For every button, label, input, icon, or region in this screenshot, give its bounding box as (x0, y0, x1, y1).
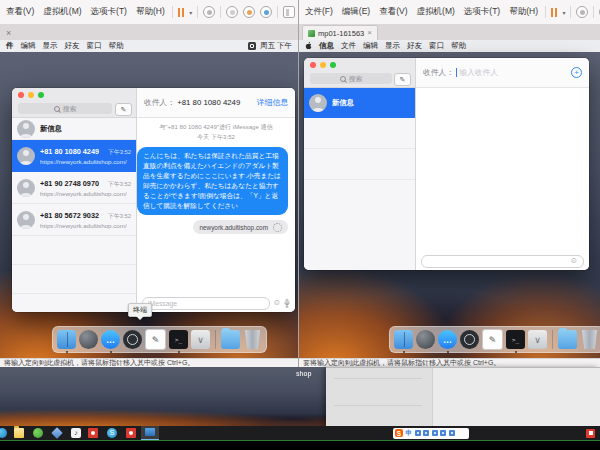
send-ctrl-alt-del-icon[interactable] (576, 6, 588, 18)
microphone-icon[interactable] (284, 299, 290, 308)
menu-tabs[interactable]: 选项卡(T) (89, 5, 129, 19)
conversation-selected[interactable]: +81 80 1080 4249 下午3:52 https://newyork.… (12, 140, 136, 172)
sogou-fullwidth-icon[interactable] (415, 430, 421, 436)
suspend-button[interactable] (551, 8, 558, 17)
tab-close-icon[interactable]: × (6, 28, 11, 38)
trash-icon[interactable] (243, 330, 262, 349)
search-input[interactable]: 搜索 (18, 103, 112, 114)
sogou-input-bar[interactable]: S 中 (393, 428, 469, 439)
sogou-emoji-icon[interactable] (432, 430, 438, 436)
message-input[interactable]: iMessage (142, 297, 270, 310)
menubar-item-file[interactable]: 件 (6, 41, 14, 51)
menubar-item-file[interactable]: 文件 (341, 41, 356, 51)
suspend-dropdown-icon[interactable]: ▾ (562, 9, 565, 16)
messages-dock-icon[interactable]: … (438, 330, 457, 349)
menubar-item-window[interactable]: 窗口 (87, 41, 102, 51)
notification-icon[interactable] (586, 429, 595, 438)
menu-view[interactable]: 查看(V) (377, 5, 409, 19)
vm-tab[interactable]: mp01-161563 × (302, 25, 378, 40)
menubar-clock[interactable]: 周五 下午 (260, 41, 292, 51)
itunes-icon[interactable]: ♪ (71, 428, 81, 438)
link-preview-bubble[interactable]: newyork.adultishop.com (193, 220, 288, 234)
suspend-button[interactable] (178, 8, 185, 17)
menubar-item-edit[interactable]: 编辑 (363, 41, 378, 51)
sogou-punctuation-icon[interactable] (423, 430, 429, 436)
menubar-item-buddies[interactable]: 好友 (407, 41, 422, 51)
send-ctrl-alt-del-icon[interactable] (203, 6, 215, 18)
system-preferences-icon[interactable] (460, 330, 479, 349)
sogou-toolbox-icon[interactable] (449, 430, 455, 436)
menubar-item-window[interactable]: 窗口 (429, 41, 444, 51)
apple-menu-icon[interactable] (305, 42, 312, 50)
menubar-item-view[interactable]: 显示 (385, 41, 400, 51)
sogou-logo-icon[interactable]: S (395, 429, 403, 437)
compose-button[interactable]: ✎ (394, 73, 411, 86)
conversation-new-message-selected[interactable]: 新信息 (304, 88, 415, 118)
tab-close-icon[interactable]: × (367, 29, 372, 37)
conversation-new-message[interactable]: 新信息 (12, 118, 136, 140)
menubar-item-edit[interactable]: 编辑 (21, 41, 36, 51)
vmware-taskbar-button-active[interactable] (141, 426, 159, 440)
red-app-icon-2[interactable] (126, 428, 136, 438)
take-snapshot-icon[interactable] (243, 6, 255, 18)
finder-icon[interactable] (57, 330, 76, 349)
menubar-item-help[interactable]: 帮助 (451, 41, 466, 51)
message-input[interactable]: ☺ (421, 255, 584, 268)
emoji-icon[interactable]: ☺ (570, 257, 578, 265)
to-value[interactable]: +81 80 1080 4249 (177, 98, 240, 107)
menu-help[interactable]: 帮助(H) (507, 5, 540, 19)
library-panel-icon[interactable] (283, 6, 295, 18)
zoom-button[interactable] (330, 62, 336, 68)
textedit-icon[interactable]: ✎ (145, 329, 166, 350)
finder-icon[interactable] (394, 330, 413, 349)
sogou-keyboard-icon[interactable] (440, 430, 446, 436)
zoom-button[interactable] (38, 92, 44, 98)
close-button[interactable] (310, 62, 316, 68)
launchpad-icon[interactable] (416, 330, 435, 349)
minimize-button[interactable] (320, 62, 326, 68)
menu-tabs[interactable]: 选项卡(T) (462, 5, 502, 19)
menu-vm[interactable]: 虚拟机(M) (41, 5, 83, 19)
textedit-icon[interactable]: ✎ (482, 329, 503, 350)
menubar-item-view[interactable]: 显示 (43, 41, 58, 51)
menu-view[interactable]: 查看(V) (4, 5, 36, 19)
blue-app-icon[interactable] (51, 427, 63, 439)
red-app-icon[interactable] (88, 428, 98, 438)
recipient-placeholder[interactable]: 输入收件人 (459, 67, 498, 78)
background-window[interactable] (326, 367, 600, 427)
edge-icon[interactable] (0, 428, 7, 438)
launchpad-icon[interactable] (79, 330, 98, 349)
conversation-item[interactable]: +81 80 5672 9032 下午3:52 https://newyork.… (12, 204, 136, 236)
system-preferences-icon[interactable] (123, 330, 142, 349)
file-explorer-icon[interactable] (14, 428, 24, 438)
menu-edit[interactable]: 编辑(E) (340, 5, 372, 19)
emoji-icon[interactable]: ☺ (273, 299, 281, 307)
menubar-item-messages[interactable]: 信息 (319, 41, 334, 51)
close-button[interactable] (18, 92, 24, 98)
menu-file[interactable]: 文件(F) (303, 5, 335, 19)
documents-folder-icon[interactable] (558, 330, 577, 349)
skype-icon[interactable]: S (107, 428, 117, 438)
menubar-item-buddies[interactable]: 好友 (65, 41, 80, 51)
input-source-icon[interactable] (248, 42, 256, 50)
details-link[interactable]: 详细信息 (257, 97, 288, 108)
documents-folder-icon[interactable] (221, 330, 240, 349)
menubar-item-help[interactable]: 帮助 (109, 41, 124, 51)
manage-snapshots-icon[interactable] (260, 6, 272, 18)
terminal-icon[interactable]: >_ (169, 330, 188, 349)
snapshot-clock-icon[interactable] (226, 6, 238, 18)
add-recipient-button[interactable]: + (571, 67, 582, 78)
messages-dock-icon[interactable]: … (101, 330, 120, 349)
search-input[interactable]: 搜索 (310, 73, 392, 84)
menu-help[interactable]: 帮助(H) (134, 5, 167, 19)
minimize-button[interactable] (28, 92, 34, 98)
menu-vm[interactable]: 虚拟机(M) (415, 5, 457, 19)
compose-button[interactable]: ✎ (115, 103, 132, 116)
360-browser-icon[interactable] (33, 428, 43, 438)
sogou-mode-chinese[interactable]: 中 (406, 430, 413, 437)
terminal-icon[interactable]: >_ (506, 330, 525, 349)
conversation-item[interactable]: +81 90 2748 0970 下午3:52 https://newyork.… (12, 172, 136, 204)
downloads-stack-icon[interactable]: ∨ (191, 330, 210, 349)
suspend-dropdown-icon[interactable]: ▾ (189, 9, 192, 16)
downloads-stack-icon[interactable]: ∨ (528, 330, 547, 349)
